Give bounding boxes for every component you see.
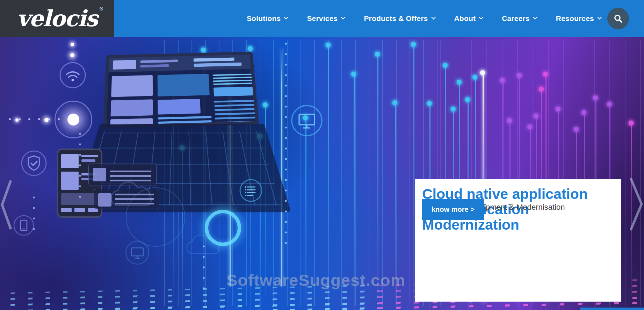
search-icon: [614, 14, 623, 23]
watermark: SoftwareSuggest.com: [226, 271, 406, 290]
nav-label: Resources: [556, 14, 594, 23]
main-nav: Solutions Services Products & Offers Abo…: [247, 0, 600, 37]
page: velocis® Solutions Services Products & O…: [0, 0, 644, 310]
registered-mark: ®: [99, 7, 103, 11]
hero-art-orb: [67, 114, 79, 125]
hero-art-pin-dot: [556, 107, 560, 111]
monitor-icon: [125, 240, 150, 265]
hero-art-pin-dot: [201, 48, 206, 52]
search-button[interactable]: [607, 8, 629, 29]
hero-art-pin-dot: [443, 63, 448, 68]
hero-art-pin-dot: [607, 102, 612, 107]
chevron-down-icon: [341, 15, 346, 20]
logo-text: velocis®: [17, 7, 97, 30]
hero-art-pin-dot: [517, 73, 522, 78]
hero-art-dots: [285, 38, 287, 248]
monitor-icon: [291, 104, 323, 137]
shield-check-icon: [21, 150, 47, 176]
hero-art-dots: [79, 129, 81, 199]
hero-art-laptop-screen: [103, 52, 259, 129]
wifi-icon: [59, 62, 86, 88]
hero-art-pin-dot: [451, 107, 456, 111]
hero-art-pin-dot: [263, 102, 268, 107]
nav-label: Products & Offers: [364, 14, 428, 23]
hero-art-pin-dot: [457, 80, 462, 85]
hero-art-pin-dot: [593, 95, 598, 100]
slide-card: Cloud native application and Application…: [415, 179, 621, 302]
hero-art-pin-dot: [411, 42, 416, 47]
hero-art-pin-dot: [527, 124, 532, 129]
logo[interactable]: velocis®: [0, 0, 114, 37]
nav-label: Careers: [502, 14, 530, 23]
hero-art-pin-dot: [375, 52, 380, 57]
nav-label: Solutions: [247, 14, 281, 23]
nav-label: About: [454, 14, 476, 23]
hero-art-pin-dot: [574, 127, 579, 132]
hero-art-pin-dot: [392, 100, 397, 105]
carousel-prev-button[interactable]: [0, 152, 13, 205]
nav-item-services[interactable]: Services: [307, 14, 344, 23]
hero-art-pin-dot: [248, 46, 253, 51]
bottom-blue-strip: [580, 308, 644, 310]
hero-art-pin-line: [413, 44, 414, 310]
nav-item-careers[interactable]: Careers: [502, 14, 536, 23]
nav-item-products-offers[interactable]: Products & Offers: [364, 14, 434, 23]
chevron-down-icon: [533, 15, 537, 20]
hero-art-glow-dot: [71, 43, 74, 46]
hero-art-glow-dot: [70, 53, 74, 57]
mobile-icon: [13, 215, 34, 236]
chevron-down-icon: [284, 15, 289, 20]
hero-art-pin-dot: [465, 97, 470, 102]
hero-art-pin-dot: [507, 118, 512, 123]
hero-art-pin-dot: [500, 78, 505, 83]
list-icon: [239, 179, 263, 202]
hero-art-pin-dot: [543, 72, 548, 77]
hero-art-pin-dot: [534, 114, 538, 118]
hero-art-pin-dot: [427, 101, 432, 106]
hero-art-pin-dot: [539, 87, 544, 92]
nav-item-about[interactable]: About: [454, 14, 482, 23]
chevron-left-icon: [0, 179, 13, 231]
nav-item-solutions[interactable]: Solutions: [247, 14, 287, 23]
hero-art-pin-line: [377, 54, 378, 296]
chevron-down-icon: [479, 15, 483, 20]
hero-art-pin-dot: [629, 121, 634, 125]
nav-label: Services: [307, 14, 338, 23]
hero-art-glow-dot: [44, 118, 49, 122]
hero-art-pin-dot: [351, 72, 356, 77]
cloud-icon: [105, 180, 157, 210]
know-more-button[interactable]: know more >: [422, 199, 484, 220]
hero-art-glow-dot: [15, 118, 19, 122]
cloud-icon: [182, 233, 224, 257]
hero-art-pin-dot: [581, 110, 586, 115]
chevron-right-icon: [628, 176, 644, 232]
carousel-next-button[interactable]: [628, 148, 644, 204]
hero-art-dots: [5, 118, 64, 121]
top-navbar: velocis® Solutions Services Products & O…: [0, 0, 644, 37]
nav-item-resources[interactable]: Resources: [556, 14, 600, 23]
chevron-down-icon: [431, 15, 436, 20]
hero-art-pin-dot: [472, 75, 477, 80]
hero-art-pin-dot: [480, 70, 485, 75]
chevron-down-icon: [597, 15, 602, 20]
hero-art-pin-dot: [326, 43, 331, 48]
hero-carousel: SoftwareSuggest.com Cloud native applica…: [0, 37, 644, 310]
